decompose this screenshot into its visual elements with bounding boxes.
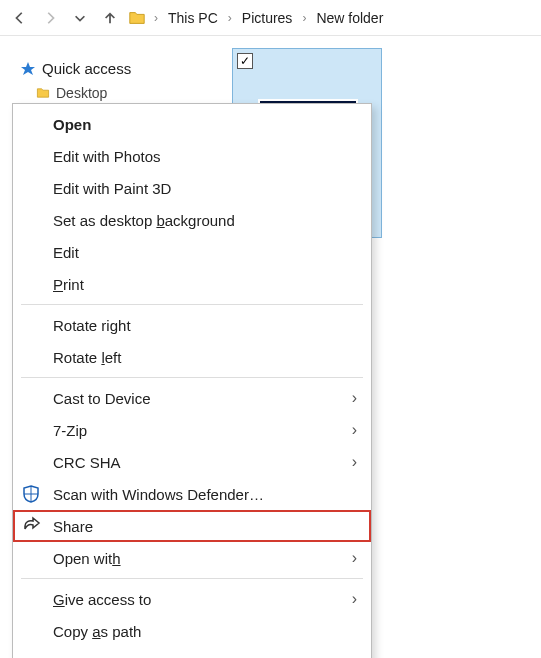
- menu-edit-photos-label: Edit with Photos: [53, 148, 161, 165]
- menu-7zip[interactable]: 7-Zip ›: [13, 414, 371, 446]
- menu-open-with[interactable]: Open with ›: [13, 542, 371, 574]
- breadcrumb-new-folder[interactable]: New folder: [314, 10, 385, 26]
- menu-give-access-to[interactable]: Give access to ›: [13, 583, 371, 615]
- menu-share[interactable]: Share: [13, 510, 371, 542]
- shield-icon: [21, 484, 41, 504]
- menu-print-label: Print: [53, 276, 84, 293]
- menu-set-desktop-background[interactable]: Set as desktop background: [13, 204, 371, 236]
- menu-scan-defender[interactable]: Scan with Windows Defender…: [13, 478, 371, 510]
- back-button[interactable]: [8, 6, 32, 30]
- recent-locations-button[interactable]: [68, 6, 92, 30]
- menu-set-bg-label: Set as desktop background: [53, 212, 235, 229]
- menu-cast-to-device[interactable]: Cast to Device ›: [13, 382, 371, 414]
- menu-share-label: Share: [53, 518, 93, 535]
- menu-rotate-right-label: Rotate right: [53, 317, 131, 334]
- sidebar-desktop[interactable]: Desktop: [12, 81, 208, 105]
- share-icon: [21, 516, 41, 536]
- menu-7zip-label: 7-Zip: [53, 422, 87, 439]
- menu-separator: [21, 304, 363, 305]
- menu-open[interactable]: Open: [13, 108, 371, 140]
- menu-edit-with-photos[interactable]: Edit with Photos: [13, 140, 371, 172]
- menu-edit-label: Edit: [53, 244, 79, 261]
- submenu-arrow-icon: ›: [352, 389, 357, 407]
- submenu-arrow-icon: ›: [352, 421, 357, 439]
- menu-copy-as-path-label: Copy as path: [53, 623, 141, 640]
- breadcrumb-separator: ›: [152, 11, 160, 25]
- menu-edit-with-paint3d[interactable]: Edit with Paint 3D: [13, 172, 371, 204]
- menu-open-label: Open: [53, 116, 91, 133]
- sidebar-quick-access-label: Quick access: [42, 60, 131, 77]
- star-icon: [20, 61, 36, 77]
- forward-button[interactable]: [38, 6, 62, 30]
- menu-crc-sha[interactable]: CRC SHA ›: [13, 446, 371, 478]
- breadcrumb-pictures[interactable]: Pictures: [240, 10, 295, 26]
- menu-edit-paint3d-label: Edit with Paint 3D: [53, 180, 171, 197]
- breadcrumb-separator: ›: [226, 11, 234, 25]
- context-menu: Open Edit with Photos Edit with Paint 3D…: [12, 103, 372, 658]
- sidebar-desktop-label: Desktop: [56, 85, 107, 101]
- menu-rotate-right[interactable]: Rotate right: [13, 309, 371, 341]
- submenu-arrow-icon: ›: [352, 549, 357, 567]
- menu-crc-sha-label: CRC SHA: [53, 454, 121, 471]
- breadcrumb-separator: ›: [300, 11, 308, 25]
- menu-edit[interactable]: Edit: [13, 236, 371, 268]
- thumbnail-checkbox[interactable]: ✓: [237, 53, 253, 69]
- menu-print[interactable]: Print: [13, 268, 371, 300]
- submenu-arrow-icon: ›: [352, 453, 357, 471]
- menu-scan-defender-label: Scan with Windows Defender…: [53, 486, 264, 503]
- menu-rotate-left-label: Rotate left: [53, 349, 121, 366]
- menu-copy-as-path[interactable]: Copy as path: [13, 615, 371, 647]
- folder-icon: [36, 86, 50, 100]
- breadcrumb-this-pc[interactable]: This PC: [166, 10, 220, 26]
- folder-icon: [128, 9, 146, 27]
- submenu-arrow-icon: ›: [352, 590, 357, 608]
- menu-restore-previous-versions[interactable]: Restore previous versions: [13, 647, 371, 658]
- menu-cast-label: Cast to Device: [53, 390, 151, 407]
- up-button[interactable]: [98, 6, 122, 30]
- menu-rotate-left[interactable]: Rotate left: [13, 341, 371, 373]
- menu-restore-prev-label: Restore previous versions: [53, 655, 226, 659]
- sidebar-quick-access[interactable]: Quick access: [12, 56, 208, 81]
- menu-open-with-label: Open with: [53, 550, 121, 567]
- menu-separator: [21, 578, 363, 579]
- address-bar: › This PC › Pictures › New folder: [0, 0, 541, 36]
- menu-separator: [21, 377, 363, 378]
- menu-give-access-label: Give access to: [53, 591, 151, 608]
